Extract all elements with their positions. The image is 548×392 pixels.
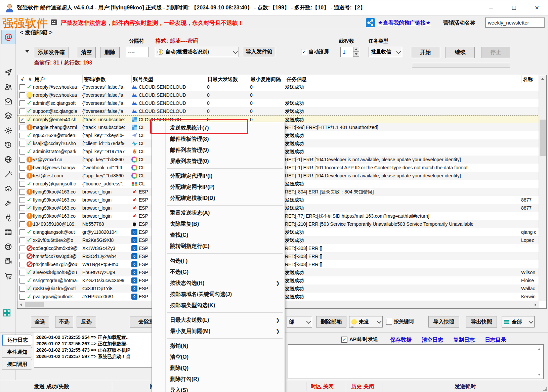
unselect-button[interactable]: 不选 — [55, 316, 73, 328]
row-checkbox[interactable] — [19, 237, 25, 243]
stop-button[interactable]: 停止 — [481, 47, 510, 58]
sidebar-item-history[interactable] — [1, 139, 15, 153]
import-sender-button[interactable]: 导入发件箱 — [243, 47, 275, 57]
row-checkbox[interactable] — [19, 294, 25, 300]
menu-item[interactable]: 重置发送状态(A) — [152, 207, 285, 218]
autoscroll-checkbox[interactable]: ✓ 自动滚屏 — [301, 49, 329, 55]
menu-item[interactable]: 按状态勾选(H)❯ — [152, 277, 285, 289]
maximize-button[interactable]: ☐ — [504, 0, 524, 15]
promo-link[interactable]: ★查看我的推广链接★ — [378, 19, 431, 27]
table-row[interactable]: ✓noreply@sc.shoukua{"overseas":false,"aC… — [17, 83, 539, 91]
column-header[interactable]: 密码/参数 — [82, 75, 132, 83]
menu-item[interactable]: 清空(O) — [152, 351, 285, 362]
menu-item[interactable]: 日最大发送数(L)❯ — [152, 314, 285, 325]
unsent-filter-combo[interactable]: 未发 — [349, 316, 383, 328]
column-header[interactable]: 日最大发送数 — [206, 75, 250, 83]
delete-button[interactable]: 删除 — [100, 47, 120, 58]
column-header[interactable]: 任务信息 — [285, 75, 522, 83]
column-header[interactable]: √ — [19, 75, 27, 83]
scroll-up-icon[interactable] — [539, 75, 546, 82]
separator-input[interactable]: ---- — [126, 47, 149, 57]
row-checkbox[interactable] — [19, 108, 25, 114]
sidebar-item-paper-plane[interactable] — [1, 66, 15, 80]
column-header[interactable]: 名称 — [521, 75, 540, 83]
row-checkbox[interactable] — [19, 221, 25, 227]
row-checkbox[interactable] — [19, 229, 25, 235]
minimize-button[interactable]: ─ — [481, 0, 501, 15]
scroll-down-icon[interactable] — [536, 371, 543, 378]
column-header[interactable]: 最小复用间隔 — [249, 75, 286, 83]
sidebar-item-video-camera[interactable] — [1, 255, 15, 269]
menu-item[interactable]: 按邮箱类型勾选(K) — [152, 300, 285, 311]
close-button[interactable]: ✕ — [527, 0, 547, 15]
menu-item[interactable]: 跳转到指定行(E) — [152, 241, 285, 252]
view-all-combo[interactable]: 全部 — [502, 316, 535, 328]
sidebar-item-lifebuoy[interactable] — [1, 241, 15, 254]
tab-接口调用[interactable]: 接口调用 — [2, 359, 32, 370]
clear-button[interactable]: 清空 — [77, 47, 96, 58]
row-checkbox[interactable] — [19, 197, 25, 203]
start-button[interactable]: 开始 — [411, 47, 440, 58]
sidebar-item-cart[interactable] — [1, 270, 15, 283]
sidebar-item-plug[interactable] — [1, 212, 15, 225]
row-checkbox[interactable]: ✓ — [19, 117, 25, 123]
action-link[interactable]: 保存数据 — [390, 337, 412, 344]
stepper-up-icon[interactable] — [353, 47, 359, 52]
scroll-left-icon[interactable] — [17, 301, 24, 308]
row-checkbox[interactable] — [19, 286, 25, 292]
menu-item[interactable]: 按邮箱域名/关键词勾选(J) — [152, 289, 285, 300]
menu-item[interactable]: 分配绑定网卡IP(P) — [152, 181, 285, 192]
menu-item[interactable]: 邮件模板管理(8) — [152, 133, 285, 144]
sidebar-item-cloud-upload[interactable] — [1, 182, 15, 196]
action-link[interactable]: 复制日志 — [453, 337, 475, 344]
export-snapshot-button[interactable]: 导出快照 — [466, 316, 497, 328]
row-checkbox[interactable] — [19, 278, 25, 284]
menu-item[interactable]: 屏蔽列表管理(0) — [152, 156, 285, 167]
menu-item[interactable]: 分配绑定代理IP(I) — [152, 170, 285, 181]
keyword-checkbox[interactable]: 按关键词 — [386, 318, 414, 325]
row-checkbox[interactable] — [19, 246, 25, 251]
api-send-checkbox[interactable]: ✓ API即时发送 — [341, 336, 378, 343]
resize-grip[interactable] — [543, 387, 547, 391]
tab-事件通知[interactable]: 事件通知 — [2, 347, 32, 358]
scroll-up-icon[interactable] — [536, 346, 543, 352]
tab-运行日志[interactable]: 运行日志 — [2, 335, 32, 346]
menu-item[interactable]: 撤销(N) — [152, 340, 285, 351]
row-checkbox[interactable] — [19, 189, 25, 195]
menu-item[interactable]: 不选(G) — [152, 266, 285, 277]
sidebar-item-users[interactable] — [1, 81, 15, 94]
vertical-scrollbar[interactable] — [539, 75, 546, 301]
column-header[interactable]: 账号类型 — [131, 75, 207, 83]
row-checkbox[interactable] — [19, 84, 25, 90]
chevron-down-icon[interactable] — [25, 50, 29, 53]
row-checkbox[interactable] — [19, 270, 25, 275]
menu-item[interactable]: 最小复用间隔(M)❯ — [152, 325, 285, 337]
sidebar-item-gear[interactable] — [1, 124, 15, 138]
sidebar-item-envelope[interactable] — [1, 95, 15, 109]
sidebar-item-layers[interactable] — [1, 110, 15, 123]
row-checkbox[interactable] — [19, 181, 25, 187]
row-checkbox[interactable] — [19, 213, 25, 219]
task-type-combo[interactable]: 批量收信 — [369, 47, 402, 57]
scrollbar-thumb[interactable] — [25, 302, 44, 307]
sidebar-item-magic-wand[interactable] — [1, 168, 15, 181]
send-log-area[interactable] — [288, 344, 544, 379]
threads-value[interactable]: 1 — [340, 47, 353, 57]
partial-combo[interactable]: 部 — [287, 316, 312, 328]
delete-mailbox-button[interactable]: 删除邮箱 — [316, 316, 346, 328]
sidebar-item-wrench[interactable] — [1, 197, 15, 211]
row-checkbox[interactable] — [19, 141, 25, 146]
sidebar-item-dashboard[interactable] — [1, 307, 15, 321]
menu-item[interactable]: 去除重复(B) — [152, 218, 285, 229]
menu-item[interactable]: 删除(Q) — [152, 362, 285, 374]
table-row[interactable]: ✓support@sc.qiangqia{"overseas":false,"a… — [17, 107, 539, 115]
sidebar-item-table[interactable] — [1, 226, 15, 239]
select-all-button[interactable]: 全选 — [31, 316, 49, 328]
sidebar-item-at[interactable]: @ — [1, 30, 15, 44]
invert-select-button[interactable]: 反选 — [77, 316, 96, 328]
table-row[interactable]: ✓admin@sc.qiangsoft{"overseas":false,"aC… — [17, 99, 539, 107]
row-checkbox[interactable] — [19, 149, 25, 155]
threads-stepper[interactable]: 1 — [340, 47, 359, 57]
action-link[interactable]: 清空日志 — [422, 337, 443, 344]
row-checkbox[interactable] — [19, 100, 25, 106]
